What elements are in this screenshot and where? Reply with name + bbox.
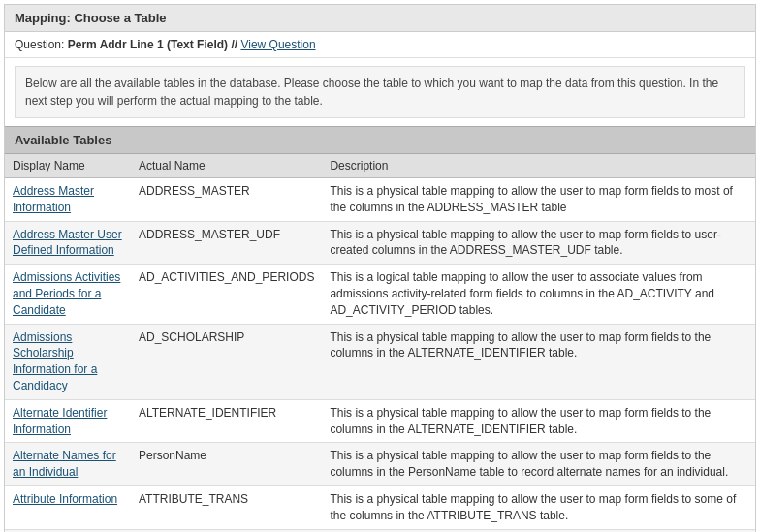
actual-name-cell: AD_SCHOLARSHIP [131, 324, 322, 399]
available-tables-header: Available Tables [5, 126, 755, 154]
actual-name-cell: ADDRESS_MASTER [131, 178, 322, 222]
display-name-cell: Alternate Identifier Information [5, 399, 131, 443]
actual-name-cell: ATTRIBUTE_TRANS [131, 485, 322, 529]
description-box: Below are all the available tables in th… [15, 66, 745, 118]
display-name-link[interactable]: Address Master Information [13, 184, 94, 214]
page-title: Mapping: Choose a Table [5, 5, 755, 32]
description-cell: This is a physical table mapping to allo… [322, 485, 755, 529]
col-header-actual-name: Actual Name [131, 154, 322, 178]
table-row: Address Master InformationADDRESS_MASTER… [5, 178, 755, 222]
display-name-link[interactable]: Address Master User Defined Information [13, 228, 122, 258]
display-name-cell: Address Master User Defined Information [5, 221, 131, 265]
table-row: Attribute InformationATTRIBUTE_TRANSThis… [5, 485, 755, 529]
table-row: Admissions Scholarship Information for a… [5, 324, 755, 399]
question-bar: Question: Perm Addr Line 1 (Text Field) … [5, 32, 755, 58]
actual-name-cell: ALTERNATE_IDENTIFIER [131, 399, 322, 443]
available-tables: Display Name Actual Name Description Add… [5, 154, 755, 532]
display-name-link[interactable]: Alternate Identifier Information [13, 406, 107, 436]
display-name-link[interactable]: Alternate Names for an Individual [13, 449, 116, 479]
question-text: Perm Addr Line 1 (Text Field) // [68, 38, 238, 51]
description-cell: This is a physical table mapping to allo… [322, 324, 755, 399]
description-cell: This is a physical table mapping to allo… [322, 443, 755, 486]
description-cell: This is a physical table mapping to allo… [322, 399, 755, 443]
table-row: Admissions Activities and Periods for a … [5, 265, 755, 324]
page-wrapper: Mapping: Choose a Table Question: Perm A… [4, 4, 756, 532]
display-name-cell: Address Master Information [5, 178, 131, 222]
table-container: Display Name Actual Name Description Add… [5, 154, 755, 532]
table-header-row: Display Name Actual Name Description [5, 154, 755, 178]
view-question-link[interactable]: View Question [240, 38, 315, 51]
table-row: Alternate Identifier InformationALTERNAT… [5, 399, 755, 443]
description-cell: This is a physical table mapping to allo… [322, 178, 755, 222]
description-cell: This is a physical table mapping to allo… [322, 221, 755, 265]
col-header-description: Description [322, 154, 755, 178]
table-row: Alternate Names for an IndividualPersonN… [5, 443, 755, 486]
question-label: Question: [15, 38, 64, 51]
actual-name-cell: ADDRESS_MASTER_UDF [131, 221, 322, 265]
table-row: Address Master User Defined InformationA… [5, 221, 755, 265]
col-header-display-name: Display Name [5, 154, 131, 178]
display-name-cell: Alternate Names for an Individual [5, 443, 131, 486]
actual-name-cell: PersonName [131, 443, 322, 486]
display-name-cell: Attribute Information [5, 485, 131, 529]
display-name-cell: Admissions Scholarship Information for a… [5, 324, 131, 399]
display-name-link[interactable]: Admissions Activities and Periods for a … [13, 270, 120, 317]
display-name-link[interactable]: Attribute Information [13, 492, 117, 506]
display-name-link[interactable]: Admissions Scholarship Information for a… [13, 330, 97, 392]
actual-name-cell: AD_ACTIVITIES_AND_PERIODS [131, 265, 322, 324]
description-cell: This is a logical table mapping to allow… [322, 265, 755, 324]
display-name-cell: Admissions Activities and Periods for a … [5, 265, 131, 324]
